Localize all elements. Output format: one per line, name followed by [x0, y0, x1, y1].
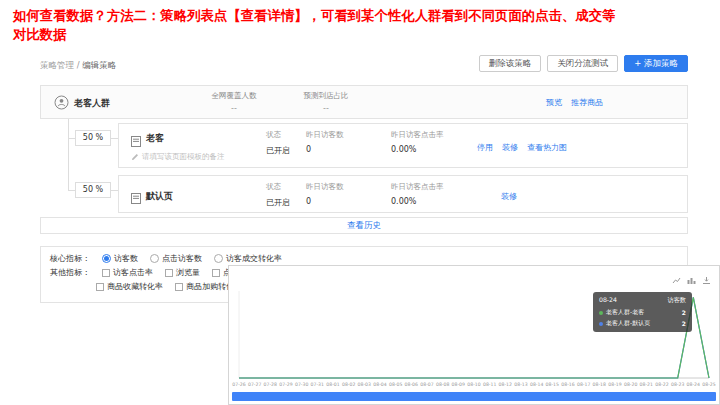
decorate-link[interactable]: 装修 — [502, 142, 518, 153]
series-dot-green — [599, 311, 603, 315]
x-axis-label: 08-22 — [655, 382, 668, 387]
checkbox-label: 浏览量 — [176, 267, 200, 278]
view-history-button[interactable]: 查看历史 — [40, 217, 688, 234]
x-axis-label: 08-25 — [702, 382, 715, 387]
x-axis-label: 08-11 — [483, 382, 496, 387]
page-icon — [131, 189, 141, 208]
ctr-label: 昨日访客点击率 — [391, 130, 473, 140]
breadcrumb-current: 编辑策略 — [82, 60, 116, 70]
x-axis-label: 08-16 — [561, 382, 574, 387]
radio-option-click-visitors[interactable]: 点击访客数 — [150, 253, 202, 264]
visitors-stat: 昨日访客数 0 — [306, 130, 388, 154]
other-metrics-row2: 商品收藏转化率 商品加购转化率 — [96, 281, 242, 292]
traffic-percent-row2: 50 % — [75, 182, 111, 198]
x-axis-label: 08-19 — [608, 382, 621, 387]
x-axis-label: 07-31 — [311, 382, 324, 387]
x-axis-label: 08-10 — [467, 382, 480, 387]
page-name: 默认页 — [146, 190, 173, 203]
x-axis-label: 08-17 — [577, 382, 590, 387]
x-axis-label: 08-04 — [373, 382, 386, 387]
page-icon — [131, 132, 141, 151]
store-ratio-label: 预测到店占比 — [281, 91, 371, 101]
preview-link[interactable]: 预览 — [546, 97, 562, 108]
core-metrics-row: 核心指标： 访客数 点击访客数 访客成交转化率 — [50, 253, 282, 264]
breadcrumb-section[interactable]: 策略管理 — [40, 60, 74, 70]
tree-connector-vertical — [68, 119, 69, 191]
chart-panel: 07-2607-2707-2807-2907-3007-3108-0108-02… — [228, 265, 720, 405]
checkbox-option-favorite-rate[interactable]: 商品收藏转化率 — [96, 281, 163, 292]
strategy-page-row: 老客 请填写该页面模板的备注 状态 已开启 昨日访客数 0 昨日访客点击率 0.… — [118, 123, 688, 168]
other-metrics-label: 其他指标： — [50, 267, 90, 278]
checkbox-icon — [96, 283, 104, 291]
pencil-icon — [131, 153, 139, 161]
radio-icon — [214, 254, 223, 263]
tree-connector — [111, 190, 118, 191]
datazoom-slider[interactable] — [232, 392, 716, 401]
heatmap-link[interactable]: 查看热力图 — [527, 142, 567, 153]
x-axis-label: 08-18 — [593, 382, 606, 387]
checkbox-icon — [165, 269, 173, 277]
coverage-value: -- — [189, 104, 279, 113]
radio-label: 访客数 — [114, 253, 138, 264]
visitors-value: 0 — [306, 197, 388, 206]
coverage-column: 全网覆盖人数 -- — [189, 91, 279, 113]
x-axis-label: 08-01 — [326, 382, 339, 387]
audience-group-header: 老客人群 全网覆盖人数 -- 预测到店占比 -- 预览 推荐商品 — [40, 85, 688, 119]
tree-connector — [68, 138, 75, 139]
radio-selected-icon — [102, 254, 111, 263]
store-ratio-column: 预测到店占比 -- — [281, 91, 371, 113]
radio-label: 点击访客数 — [162, 253, 202, 264]
tooltip-series-value: 2 — [682, 309, 686, 316]
core-metrics-label: 核心指标： — [50, 253, 90, 264]
tooltip-item: 老客人群-老客 2 — [599, 308, 686, 317]
x-axis-label: 08-08 — [436, 382, 449, 387]
page-name: 老客 — [146, 132, 164, 145]
tooltip-item: 老客人群-默认页 2 — [599, 319, 686, 328]
x-axis-label: 08-07 — [420, 382, 433, 387]
store-ratio-value: -- — [281, 104, 371, 113]
x-axis-label: 08-14 — [530, 382, 543, 387]
tree-connector — [68, 190, 75, 191]
x-axis-label: 07-28 — [264, 382, 277, 387]
audience-icon — [54, 95, 69, 114]
x-axis-label: 08-03 — [358, 382, 371, 387]
tooltip-series-name: 老客人群-默认页 — [606, 319, 650, 328]
radio-option-conversion-rate[interactable]: 访客成交转化率 — [214, 253, 282, 264]
toolbar: 删除该策略 关闭分流测试 + 添加策略 — [479, 55, 688, 72]
x-axis-label: 07-26 — [232, 382, 245, 387]
checkbox-icon — [175, 283, 183, 291]
x-axis-labels: 07-2607-2707-2807-2907-3007-3108-0108-02… — [232, 382, 715, 387]
visitors-value: 0 — [306, 145, 388, 154]
x-axis-label: 08-05 — [389, 382, 402, 387]
row-actions: 停用 装修 查看热力图 — [477, 142, 567, 153]
x-axis-label: 08-20 — [624, 382, 637, 387]
add-strategy-button[interactable]: + 添加策略 — [624, 55, 688, 72]
breadcrumb-separator: / — [77, 60, 80, 70]
x-axis-label: 07-27 — [248, 382, 261, 387]
delete-strategy-button[interactable]: 删除该策略 — [479, 55, 542, 72]
tooltip-series-name: 老客人群-老客 — [606, 308, 644, 317]
chart-svg[interactable]: 07-2607-2707-2807-2907-3007-3108-0108-02… — [229, 266, 719, 404]
ctr-label: 昨日访客点击率 — [391, 182, 473, 192]
radio-label: 访客成交转化率 — [226, 253, 282, 264]
x-axis-label: 08-09 — [452, 382, 465, 387]
x-axis-label: 08-06 — [405, 382, 418, 387]
visitors-label: 昨日访客数 — [306, 182, 388, 192]
checkbox-option-pageviews[interactable]: 浏览量 — [165, 267, 200, 278]
x-axis-label: 08-21 — [640, 382, 653, 387]
ctr-value: 0.00% — [391, 197, 473, 206]
page-note[interactable]: 请填写该页面模板的备注 — [131, 152, 225, 162]
x-axis-label: 07-30 — [295, 382, 308, 387]
checkbox-option-visitor-ctr[interactable]: 访客点击率 — [102, 267, 153, 278]
x-axis-label: 08-13 — [514, 382, 527, 387]
tooltip-metric: 访客数 — [667, 296, 686, 305]
radio-option-visitors[interactable]: 访客数 — [102, 253, 138, 264]
close-split-test-button[interactable]: 关闭分流测试 — [547, 55, 618, 72]
coverage-label: 全网覆盖人数 — [189, 91, 279, 101]
checkbox-label: 商品收藏转化率 — [107, 281, 163, 292]
recommend-products-link[interactable]: 推荐商品 — [571, 97, 603, 108]
disable-link[interactable]: 停用 — [477, 142, 493, 153]
strategy-page-row: 默认页 状态 已开启 昨日访客数 0 昨日访客点击率 0.00% 装修 — [118, 175, 688, 213]
audience-name: 老客人群 — [74, 97, 110, 110]
decorate-link[interactable]: 装修 — [501, 191, 517, 202]
